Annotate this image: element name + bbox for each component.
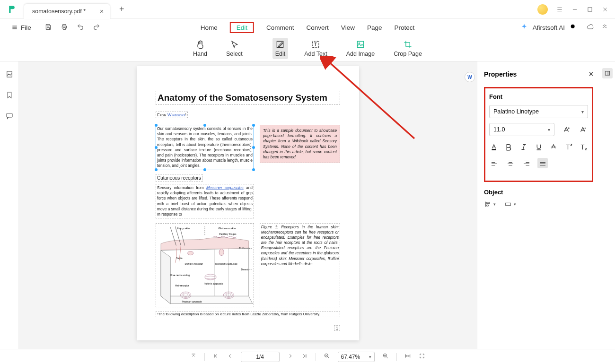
print-icon[interactable] (61, 23, 68, 32)
svg-rect-7 (7, 113, 12, 117)
document-tab-label: somatosensory.pdf * (32, 8, 86, 15)
chevron-down-icon: ▾ (581, 109, 584, 114)
align-right-icon[interactable] (521, 158, 532, 168)
doc-subhead[interactable]: Cutaneous receptors (156, 174, 202, 182)
font-size-select[interactable]: 11.0 ▾ (489, 123, 554, 136)
superscript-icon[interactable] (564, 142, 573, 152)
object-align-dropdown[interactable]: ▾ (484, 200, 496, 208)
tab-view[interactable]: View (341, 24, 355, 31)
pdf-page: Anatomy of the Somatosensory System From… (137, 66, 359, 340)
doc-para2[interactable]: Sensory information from Meissner corpus… (156, 184, 254, 218)
zoom-in-icon[interactable] (382, 353, 389, 361)
bold-icon[interactable] (504, 142, 514, 152)
new-tab-button[interactable]: + (115, 3, 128, 16)
prev-page-icon[interactable] (227, 353, 233, 361)
redo-icon[interactable] (93, 23, 100, 32)
selected-text-block[interactable]: Our somatosensory system consists of sen… (156, 125, 254, 170)
fig-label-glab: Glabrous skin (218, 227, 236, 230)
doc-figure-caption[interactable]: Figure 1: Receptors in the human skin: M… (260, 223, 340, 307)
scroll-top-icon[interactable] (190, 353, 197, 361)
tab-home[interactable]: Home (201, 24, 218, 31)
align-justify-icon[interactable] (537, 158, 548, 168)
file-menu-button[interactable]: File (7, 22, 36, 33)
close-properties-icon[interactable]: × (589, 70, 593, 78)
bookmarks-icon[interactable] (5, 91, 14, 101)
increase-font-icon[interactable] (561, 124, 571, 135)
toggle-panel-icon[interactable] (602, 68, 613, 78)
minimize-icon[interactable] (571, 6, 578, 13)
page-indicator[interactable]: 1/4 (241, 352, 280, 362)
fit-width-icon[interactable] (404, 353, 411, 361)
save-icon[interactable] (44, 23, 52, 32)
word-export-badge[interactable]: W (465, 72, 475, 82)
properties-header: Properties (484, 70, 517, 78)
document-canvas[interactable]: W Anatomy of the Somatosensory System Fr… (19, 61, 477, 349)
tool-crop-page-label: Crop Page (394, 51, 422, 57)
object-distribute-dropdown[interactable]: ▾ (504, 200, 516, 208)
collapse-ribbon-icon[interactable] (601, 23, 608, 32)
font-family-select[interactable]: Palatino Linotype ▾ (489, 105, 588, 118)
tool-edit[interactable]: Edit (272, 38, 289, 59)
menu-icon[interactable] (556, 6, 563, 13)
doc-para1: Our somatosensory system consists of sen… (157, 126, 253, 169)
tool-hand-label: Hand (193, 51, 207, 57)
subscript-icon[interactable] (579, 142, 588, 152)
tool-hand[interactable]: Hand (190, 38, 210, 59)
tab-convert[interactable]: Convert (307, 24, 329, 31)
doc-from[interactable]: From Wikibooks¹ (156, 112, 188, 118)
tab-comment[interactable]: Comment (266, 24, 294, 31)
decrease-font-icon[interactable] (578, 124, 588, 135)
first-page-icon[interactable] (212, 353, 219, 361)
align-center-icon[interactable] (505, 158, 516, 168)
font-color-icon[interactable] (489, 142, 499, 152)
search-icon[interactable] (570, 23, 577, 32)
tool-select[interactable]: Select (223, 38, 246, 59)
next-page-icon[interactable] (287, 353, 294, 361)
tab-page[interactable]: Page (367, 24, 382, 31)
properties-panel: Properties × Font Palatino Linotype ▾ 11… (477, 61, 600, 349)
annotation-font-section-highlight: Font Palatino Linotype ▾ 11.0 ▾ (484, 87, 593, 182)
svg-rect-24 (506, 203, 511, 205)
maximize-icon[interactable] (587, 6, 593, 13)
crop-icon (403, 40, 413, 49)
app-logo (0, 5, 24, 14)
strikethrough-icon[interactable] (549, 142, 558, 152)
tool-crop-page[interactable]: Crop Page (391, 38, 425, 59)
cloud-icon[interactable] (587, 23, 594, 32)
doc-from-link[interactable]: Wikibooks (167, 113, 185, 117)
doc-para2-a: Sensory information from (157, 185, 206, 190)
align-left-icon[interactable] (489, 158, 500, 168)
zoom-indicator[interactable]: 67.47% ▾ (338, 352, 375, 362)
doc-footnote[interactable]: ¹The following description is based on l… (156, 311, 340, 317)
tool-add-image[interactable]: Add Image (343, 38, 378, 59)
document-tab[interactable]: somatosensory.pdf * × (24, 4, 110, 19)
comments-panel-icon[interactable] (5, 112, 14, 122)
thumbnails-icon[interactable] (5, 70, 14, 80)
underline-icon[interactable] (534, 142, 544, 152)
doc-title[interactable]: Anatomy of the Somatosensory System (156, 91, 340, 105)
doc-sidebox[interactable]: This is a sample document to showcase pa… (260, 125, 340, 163)
fit-page-icon[interactable] (419, 353, 425, 361)
chevron-down-icon: ▾ (548, 127, 550, 132)
object-align-icon (484, 200, 492, 208)
undo-icon[interactable] (77, 23, 84, 32)
close-tab-icon[interactable]: × (100, 8, 104, 15)
doc-from-prefix: From (157, 113, 167, 117)
tab-edit[interactable]: Edit (237, 24, 247, 31)
annotation-edit-tab-highlight: Edit (230, 22, 254, 33)
ai-sparkle-icon (520, 23, 528, 32)
doc-figure-image[interactable]: Hairy skin Glabrous skin Epidermis Papil… (156, 223, 254, 307)
object-distribute-icon (504, 200, 512, 208)
italic-icon[interactable] (519, 142, 528, 152)
zoom-out-icon[interactable] (324, 353, 330, 361)
last-page-icon[interactable] (301, 353, 308, 361)
user-avatar[interactable] (537, 4, 548, 15)
doc-from-suffix: ¹ (185, 113, 186, 117)
meissner-link[interactable]: Meissner corpuscles (206, 185, 244, 190)
fig-label-meis: Meissner's corpuscle (215, 262, 237, 265)
tool-add-text[interactable]: Add Text (301, 38, 330, 59)
ai-button[interactable]: Afirstsoft AI (533, 24, 565, 31)
file-menu-label: File (21, 24, 31, 31)
tab-protect[interactable]: Protect (394, 24, 414, 31)
close-window-icon[interactable] (602, 6, 608, 13)
